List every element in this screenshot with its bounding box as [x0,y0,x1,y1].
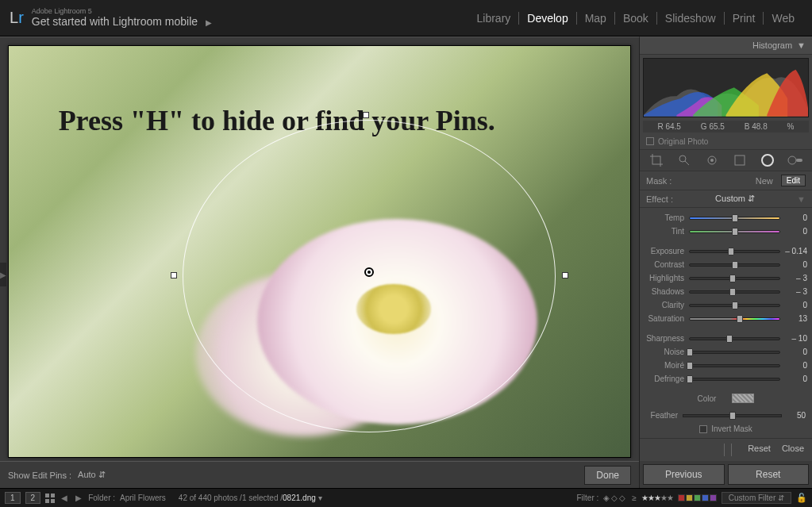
effect-label: Effect : [646,194,673,204]
slider-clarity[interactable]: Clarity0 [645,298,807,312]
main-area: ▶ Press "H" to hide or find your Pins. S… [0,36,812,488]
svg-point-5 [762,155,773,166]
module-slideshow[interactable]: Slideshow [657,12,725,25]
mask-edit-button[interactable]: Edit [781,175,806,186]
folder-label: Folder : [88,494,115,502]
module-develop[interactable]: Develop [519,12,576,25]
svg-rect-7 [796,159,802,162]
radial-handle-top[interactable] [363,112,369,118]
reset-close-row: Reset Close [640,438,812,461]
slider-highlights[interactable]: Highlights– 3 [645,271,807,285]
slider-tint[interactable]: Tint0 [645,225,807,238]
histogram-title: Histogram [752,40,792,50]
color-swatch[interactable] [732,394,754,403]
slider-feather[interactable]: Feather 50 [640,408,812,423]
module-library[interactable]: Library [469,12,520,25]
rating-filter[interactable]: ★★★★★ [641,494,673,502]
color-label: Color [698,394,717,403]
bottom-bar: 1 2 ◀ ▶ Folder : April Flowers 42 of 440… [0,488,812,507]
svg-point-3 [710,159,714,162]
slider-defringe[interactable]: Defringe0 [645,372,807,386]
slider-contrast[interactable]: Contrast0 [645,258,807,271]
chevron-down-icon: ▼ [797,40,806,50]
mask-label: Mask : [646,176,672,186]
monitor-2-button[interactable]: 2 [25,492,41,504]
module-print[interactable]: Print [725,12,764,25]
next-photo-icon[interactable]: ▶ [74,494,83,502]
show-pins-label: Show Edit Pins : [8,471,71,480]
top-bar: Lr Adobe Lightroom 5 Get started with Li… [0,0,812,36]
folder-name[interactable]: April Flowers [120,494,166,502]
prev-photo-icon[interactable]: ◀ [60,494,69,502]
module-book[interactable]: Book [615,12,657,25]
title-block: Adobe Lightroom 5 Get started with Light… [32,8,212,28]
histogram-header[interactable]: Histogram ▼ [640,37,812,55]
mask-new-button[interactable]: New [756,176,773,186]
radial-handle-left[interactable] [171,272,177,278]
reset-button[interactable]: Reset [728,464,810,485]
svg-rect-0 [652,156,660,164]
slider-temp[interactable]: Temp0 [645,211,807,225]
prev-reset-row: Previous Reset [640,461,812,488]
histogram[interactable] [643,58,809,117]
radial-filter-pin[interactable] [364,267,374,277]
original-photo-label: Original Photo [658,137,708,146]
radial-handle-right[interactable] [562,272,568,278]
panel-switch-icon[interactable] [724,444,732,456]
welcome-label: Get started with Lightroom mobile [32,15,198,28]
invert-mask-row[interactable]: Invert Mask [640,423,812,438]
right-panel: Histogram ▼ R 64.5 G 65.5 B 48.8 % Origi… [639,36,812,488]
mask-row: Mask : New Edit [640,171,812,190]
close-link[interactable]: Close [782,444,804,456]
chevron-down-icon[interactable]: ▼ [797,194,806,204]
flag-filter-icons[interactable]: ◈◇◇ [603,494,627,502]
effect-header: Effect : Custom ⇵ ▼ [640,190,812,208]
left-panel-handle[interactable]: ▶ [0,263,6,286]
invert-label: Invert Mask [711,424,752,433]
canvas-footer: Show Edit Pins : Auto ⇵ Done [0,461,639,488]
canvas-area: ▶ Press "H" to hide or find your Pins. S… [0,36,639,488]
sliders-group: Temp0 Tint0 Exposure– 0.14 Contrast0 Hig… [640,208,812,389]
custom-filter-dropdown[interactable]: Custom Filter ⇵ [722,492,791,504]
gte-icon[interactable]: ≥ [632,494,637,502]
slider-saturation[interactable]: Saturation13 [645,312,807,325]
photo-count: 42 of 440 photos /1 selected /0821.dng ▾ [179,494,322,502]
spot-tool-icon[interactable] [675,152,693,169]
reset-link[interactable]: Reset [748,444,771,456]
checkbox-icon[interactable] [646,137,654,145]
filter-label: Filter : [576,494,598,502]
slider-moire[interactable]: Moiré0 [645,359,807,372]
grid-view-icon[interactable] [45,494,55,503]
slider-noise[interactable]: Noise0 [645,345,807,359]
show-pins-dropdown[interactable]: Auto ⇵ [78,470,106,480]
redeye-tool-icon[interactable] [703,152,721,169]
color-row: Color [640,389,812,408]
radial-tool-icon[interactable] [759,152,776,169]
tool-strip [640,150,812,171]
slider-exposure[interactable]: Exposure– 0.14 [645,244,807,258]
checkbox-icon[interactable] [699,425,707,433]
slider-shadows[interactable]: Shadows– 3 [645,285,807,298]
module-picker: Library Develop Map Book Slideshow Print… [469,12,803,25]
chevron-right-icon: ▶ [206,18,212,27]
brush-tool-icon[interactable] [787,152,804,169]
welcome-text[interactable]: Get started with Lightroom mobile ▶ [32,16,212,28]
slider-sharpness[interactable]: Sharpness– 10 [645,332,807,345]
svg-point-6 [788,156,796,164]
monitor-1-button[interactable]: 1 [5,492,21,504]
original-photo-row[interactable]: Original Photo [640,134,812,150]
done-button[interactable]: Done [584,466,631,485]
photo-canvas[interactable]: Press "H" to hide or find your Pins. [8,45,631,458]
app-logo: Lr [10,9,24,27]
svg-point-1 [679,156,686,162]
crop-tool-icon[interactable] [648,152,665,169]
effect-dropdown[interactable]: Custom ⇵ [715,194,755,204]
gradient-tool-icon[interactable] [731,152,749,169]
color-label-filter[interactable] [678,494,717,501]
module-web[interactable]: Web [764,12,802,25]
previous-button[interactable]: Previous [643,464,725,485]
rgb-readout: R 64.5 G 65.5 B 48.8 % [643,121,809,133]
module-map[interactable]: Map [577,12,615,25]
lock-filter-icon[interactable]: 🔓 [796,493,807,503]
svg-rect-4 [735,156,745,165]
